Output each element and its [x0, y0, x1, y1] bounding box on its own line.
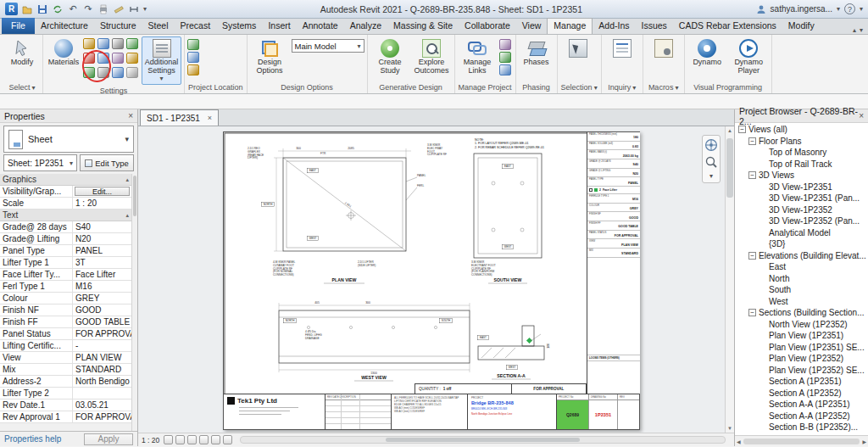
browser-item[interactable]: 3D View-1P2352	[735, 204, 868, 216]
ribbon-tab-systems[interactable]: Systems	[216, 18, 262, 34]
print-icon[interactable]	[97, 3, 109, 15]
navbar-caret-icon[interactable]: ▾	[709, 172, 713, 180]
ribbon-tab-architecture[interactable]: Architecture	[35, 18, 94, 34]
tree-collapse-icon[interactable]: −	[738, 126, 746, 133]
ribbon-tab-insert[interactable]: Insert	[262, 18, 296, 34]
materials-button[interactable]: Materials	[46, 36, 81, 69]
crop-view-icon[interactable]	[211, 435, 220, 444]
create-study-button[interactable]: Create Study	[370, 36, 410, 76]
panel-schedule-templates-icon[interactable]	[126, 67, 138, 78]
macros-button[interactable]	[646, 36, 682, 59]
canvas-horizontal-scrollbar[interactable]	[240, 436, 726, 444]
coordinates-icon[interactable]	[187, 52, 199, 63]
sun-path-icon[interactable]	[187, 435, 197, 444]
property-section-header[interactable]: Text▴	[0, 210, 131, 221]
browser-item[interactable]: Analytical Model	[735, 227, 868, 239]
browser-item[interactable]: Plan View (1P2352)	[735, 353, 868, 365]
drawing-canvas[interactable]: PLAN VIEW SOUTH VIEW WEST VIEW SECTION A…	[138, 126, 734, 433]
purge-unused-icon[interactable]	[126, 53, 138, 64]
structural-settings-icon[interactable]	[97, 67, 109, 78]
browser-item[interactable]: Plan View (1P2352) SE...	[735, 365, 868, 377]
ribbon-tab-steel[interactable]: Steel	[142, 18, 175, 34]
additional-settings-button[interactable]: Additional Settings ▾	[142, 36, 181, 85]
view-scale[interactable]: 1 : 20	[142, 436, 159, 444]
location-icon[interactable]	[187, 39, 199, 50]
browser-item[interactable]: Section A (1P2352)	[735, 388, 868, 400]
project-units-icon[interactable]	[83, 67, 95, 78]
browser-item[interactable]: South	[735, 284, 868, 296]
ribbon-cycle-icon[interactable]: ▴	[853, 26, 856, 34]
reveal-hidden-icon[interactable]	[223, 435, 232, 444]
steering-wheel-icon[interactable]	[704, 138, 718, 152]
browser-item[interactable]: East	[735, 261, 868, 273]
property-value[interactable]: 1 : 20	[73, 198, 131, 209]
tree-collapse-icon[interactable]: −	[748, 309, 756, 316]
property-value[interactable]: GREY	[73, 293, 131, 304]
user-menu-caret-icon[interactable]: ▾	[837, 5, 840, 13]
zoom-icon[interactable]	[704, 155, 718, 169]
property-value[interactable]: S40	[73, 221, 131, 232]
dynamo-player-button[interactable]: Dynamo Player	[729, 36, 769, 76]
edit-type-button[interactable]: Edit Type	[80, 154, 134, 171]
browser-item[interactable]: North View (1P2352)	[735, 319, 868, 331]
ribbon-collapse-caret-icon[interactable]: ▾	[860, 26, 863, 34]
browser-item[interactable]: −Floor Plans	[735, 136, 868, 148]
ribbon-tab-view[interactable]: View	[516, 18, 548, 34]
browser-item[interactable]: Section A-A (1P2352)	[735, 411, 868, 422]
properties-close-icon[interactable]: ×	[128, 111, 133, 120]
property-value[interactable]	[73, 388, 131, 399]
property-value[interactable]: Face Lifter	[73, 269, 131, 280]
browser-item[interactable]: Section A (1P2351)	[735, 376, 868, 388]
project-parameters-icon[interactable]	[126, 38, 138, 49]
browser-item[interactable]: −3D Views	[735, 170, 868, 182]
design-options-button[interactable]: Design Options	[250, 36, 290, 76]
active-design-option-select[interactable]: Main Model ▾	[292, 39, 364, 53]
browser-item[interactable]: −Views (all)	[735, 124, 868, 136]
property-value[interactable]: GOOD TABLE	[73, 316, 131, 327]
visual-style-icon[interactable]	[175, 435, 185, 444]
modify-button[interactable]: Modify	[4, 36, 40, 69]
shadows-icon[interactable]	[199, 435, 209, 444]
browser-item[interactable]: Plan View (1P2351) SE...	[735, 342, 868, 354]
save-icon[interactable]	[36, 3, 48, 15]
properties-help-link[interactable]: Properties help	[4, 434, 61, 444]
shared-parameters-icon[interactable]	[83, 53, 95, 64]
ribbon-tab-add-ins[interactable]: Add-Ins	[593, 18, 635, 34]
section-collapse-icon[interactable]: ▴	[125, 212, 129, 219]
global-parameters-icon[interactable]	[97, 53, 109, 64]
property-value[interactable]: N20	[73, 233, 131, 244]
pb-scroll-right-icon[interactable]: ▶	[862, 439, 866, 444]
ribbon-tab-modify[interactable]: Modify	[782, 18, 821, 34]
selection-button[interactable]	[560, 36, 596, 59]
browser-item[interactable]: West	[735, 296, 868, 308]
ribbon-tab-precast[interactable]: Precast	[175, 18, 217, 34]
section-icon[interactable]	[128, 3, 140, 15]
property-value[interactable]: PANEL	[73, 245, 131, 256]
decal-types-icon[interactable]	[499, 52, 511, 63]
property-value[interactable]: FOR APPROVAL	[73, 328, 131, 339]
tree-collapse-icon[interactable]: −	[748, 252, 756, 260]
ribbon-tab-collaborate[interactable]: Collaborate	[459, 18, 516, 34]
ribbon-tab-cads-rebar-extensions[interactable]: CADS Rebar Extensions	[673, 18, 782, 34]
property-edit-button[interactable]: Edit...	[75, 187, 130, 196]
browser-item[interactable]: Top of Masonry	[735, 147, 868, 159]
browser-item[interactable]: −Elevations (Building Elevat...	[735, 250, 868, 262]
ribbon-tab-manage[interactable]: Manage	[547, 18, 593, 34]
transfer-project-standards-icon[interactable]	[112, 53, 124, 64]
type-selector[interactable]: Sheet ▾	[3, 126, 134, 153]
property-value[interactable]: PLAN VIEW	[73, 352, 131, 363]
view-tab[interactable]: SD1 - 1P2351 ×	[140, 109, 219, 126]
tree-collapse-icon[interactable]: −	[748, 137, 756, 145]
property-value[interactable]: M16	[73, 281, 131, 292]
sync-icon[interactable]	[52, 3, 64, 15]
project-browser-close-icon[interactable]: ×	[859, 111, 864, 120]
instance-selector[interactable]: Sheet: 1P2351 ▾	[3, 154, 77, 171]
property-value[interactable]: 3T	[73, 257, 131, 268]
help-icon[interactable]: ?	[844, 3, 855, 14]
mep-settings-icon[interactable]	[112, 67, 124, 78]
phases-button[interactable]: Phases	[519, 36, 554, 69]
property-value[interactable]: STANDARD	[73, 364, 131, 375]
apply-button[interactable]: Apply	[84, 433, 133, 445]
tree-collapse-icon[interactable]: −	[748, 171, 756, 179]
project-browser-hscroll[interactable]: ◀ ▶	[735, 435, 868, 446]
